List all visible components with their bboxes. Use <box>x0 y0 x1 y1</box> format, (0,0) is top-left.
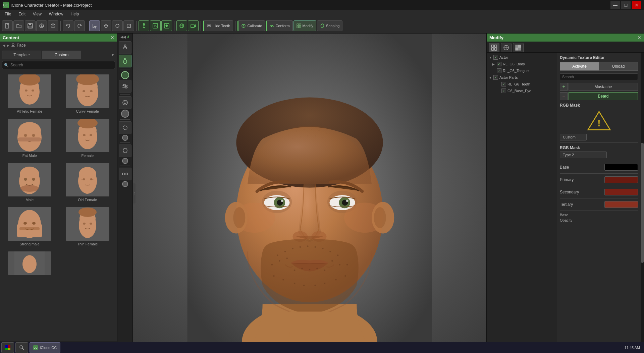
ik-button[interactable]: IK <box>150 20 161 31</box>
base-color-swatch[interactable] <box>604 164 638 171</box>
face-morph-tool[interactable] <box>119 55 131 67</box>
save-button[interactable] <box>25 20 36 31</box>
tab-modify-main[interactable] <box>489 43 499 52</box>
tree-rl-g6-teeth[interactable]: ✓ RL_G6_Teeth <box>487 81 557 87</box>
import-button[interactable] <box>36 20 47 31</box>
tree-check-eye[interactable]: ✓ <box>501 89 506 93</box>
calibrate-button[interactable]: Calibrate <box>237 20 265 31</box>
face-item-female[interactable]: Female <box>60 117 115 159</box>
close-button[interactable]: ✕ <box>632 1 641 9</box>
sidebar-refresh[interactable]: ↺ <box>126 35 129 39</box>
secondary-color-swatch[interactable] <box>604 189 638 195</box>
tree-rl-g6-body[interactable]: ▶ ✓ RL_G6_Body <box>487 61 557 67</box>
tab-custom[interactable]: Custom <box>42 51 81 59</box>
expression-tool[interactable] <box>119 96 131 109</box>
tree-g6-base-eye[interactable]: ✓ G6_Base_Eye <box>487 87 557 94</box>
face-item-extra[interactable] <box>2 250 57 277</box>
svg-point-81 <box>83 223 86 225</box>
content-search-input[interactable] <box>2 61 115 69</box>
taskbar-cc-app[interactable]: CC iClone CC <box>30 342 60 353</box>
scene-tree: ▼ ✓ Actor ▶ ✓ RL_G6_Body ✓ RL_G6_Tongue … <box>487 53 557 353</box>
shaping-button[interactable]: Shaping <box>317 20 342 31</box>
collapse-arrow[interactable]: ▾ <box>82 51 115 59</box>
viewport[interactable]: ⋮ <box>133 34 486 353</box>
content-panel-close[interactable]: ✕ <box>110 35 114 40</box>
face-item-thin-female[interactable]: Thin Female <box>60 206 115 247</box>
primary-color-swatch[interactable] <box>604 176 638 183</box>
breadcrumb-back[interactable]: ◀ <box>3 44 5 47</box>
pose-button[interactable] <box>139 20 149 31</box>
modify-panel-close[interactable]: ✕ <box>637 35 641 40</box>
camera-button[interactable] <box>188 20 199 31</box>
beard-label[interactable]: Beard <box>569 92 638 100</box>
breadcrumb-forward[interactable]: ▶ <box>7 44 9 47</box>
slider-3[interactable] <box>122 135 128 141</box>
beard-remove-button[interactable]: − <box>560 92 568 100</box>
face-item-curvy-female[interactable]: Curvy Female <box>60 73 115 115</box>
new-button[interactable] <box>2 20 13 31</box>
menu-file[interactable]: File <box>1 11 14 17</box>
world-button[interactable] <box>176 20 187 31</box>
svg-rect-26 <box>209 25 210 26</box>
body-morph-tool[interactable] <box>119 41 131 54</box>
keyframe-button[interactable] <box>161 20 172 31</box>
activate-button[interactable]: Activate <box>560 62 599 71</box>
menu-edit[interactable]: Edit <box>15 11 29 17</box>
tree-check-body[interactable]: ✓ <box>497 62 501 66</box>
slider-tool[interactable] <box>119 80 131 93</box>
undo-button[interactable] <box>63 20 73 31</box>
face-item-strong-male[interactable]: Strong male <box>2 206 57 247</box>
head-tool[interactable] <box>119 144 131 157</box>
sidebar-expand-left[interactable]: ◀◀ <box>120 35 126 39</box>
menu-window[interactable]: Window <box>46 11 67 17</box>
mustache-add-button[interactable]: + <box>560 83 568 91</box>
rgb-type-select[interactable]: Type 2 <box>560 152 607 158</box>
tree-check-actor[interactable]: ✓ <box>493 55 498 60</box>
taskbar-start[interactable] <box>1 342 14 353</box>
menu-help[interactable]: Help <box>67 11 83 17</box>
tab-template[interactable]: Template <box>2 51 41 59</box>
contour-tool[interactable] <box>119 121 131 134</box>
conform-button[interactable]: Conform <box>266 20 292 31</box>
scale-button[interactable] <box>123 20 134 31</box>
props-search-input[interactable] <box>560 73 638 80</box>
face-item-fat-male[interactable]: Fat Male <box>2 117 57 159</box>
face-item-male[interactable]: Male <box>2 162 57 203</box>
accessory-tool[interactable] <box>119 168 131 180</box>
maximize-button[interactable]: □ <box>621 1 631 9</box>
move-button[interactable] <box>101 20 111 31</box>
right-scrollbar-track[interactable] <box>641 53 644 353</box>
redo-button[interactable] <box>74 20 85 31</box>
modify-button[interactable]: Modify <box>293 20 316 31</box>
menu-view[interactable]: View <box>30 11 45 17</box>
viewport-resize-left[interactable]: ⋮ <box>133 183 136 203</box>
tree-check-tongue[interactable]: ✓ <box>497 68 501 73</box>
slider-2[interactable] <box>121 110 129 118</box>
svg-point-36 <box>12 44 14 46</box>
slider-1[interactable] <box>121 71 129 79</box>
tree-rl-g6-tongue[interactable]: ✓ RL_G6_Tongue <box>487 67 557 74</box>
taskbar-search[interactable] <box>15 342 28 353</box>
custom-select[interactable]: Custom <box>560 134 587 140</box>
export-button[interactable] <box>48 20 58 31</box>
breadcrumb-face[interactable]: Face <box>17 43 26 48</box>
tree-check-teeth[interactable]: ✓ <box>501 82 506 86</box>
hide-teeth-button[interactable]: Hide Teeth <box>203 20 233 31</box>
mustache-label[interactable]: Mustache <box>569 83 638 91</box>
tree-actor-parts[interactable]: ▼ ✓ Actor Parts <box>487 74 557 81</box>
unload-button[interactable]: Unload <box>599 62 638 71</box>
slider-4[interactable] <box>122 158 128 164</box>
face-item-athletic-female[interactable]: Athletic Female <box>2 73 57 115</box>
minimize-button[interactable]: — <box>610 1 620 9</box>
select-button[interactable] <box>89 20 100 31</box>
rotate-button[interactable] <box>112 20 123 31</box>
tertiary-color-swatch[interactable] <box>604 201 638 208</box>
right-scrollbar-thumb[interactable] <box>641 143 644 263</box>
face-item-old-female[interactable]: Old Female <box>60 162 115 203</box>
open-button[interactable] <box>13 20 24 31</box>
tree-check-parts[interactable]: ✓ <box>493 75 498 80</box>
tab-modify-checkerboard[interactable] <box>513 43 524 52</box>
tab-modify-texture[interactable] <box>501 43 512 52</box>
tree-actor[interactable]: ▼ ✓ Actor <box>487 54 557 61</box>
slider-5[interactable] <box>122 181 128 187</box>
